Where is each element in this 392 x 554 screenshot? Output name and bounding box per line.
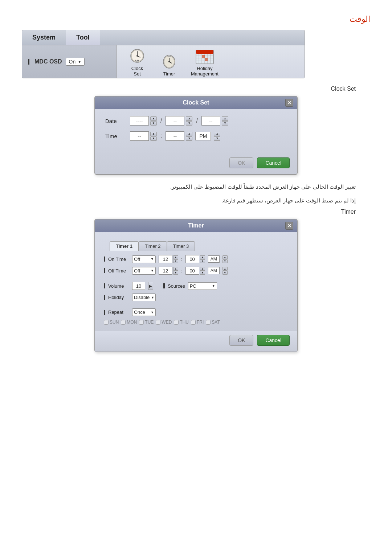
on-ampm-down[interactable]: ▼ [222,259,228,263]
holiday-menu-icon[interactable]: HolidayManagement [185,48,224,77]
arabic-title: الوقت [22,15,370,24]
holiday-label: Holiday [104,295,129,300]
volume-right-arrow[interactable]: ▶ [148,282,153,290]
day-fri[interactable]: FRI [191,320,204,325]
timer-close-button[interactable]: ✕ [285,222,293,230]
off-time-select[interactable]: Off ▼ [132,267,156,275]
clock-set-menu-icon[interactable]: ●●● ClockSet [121,48,153,77]
off-min-up[interactable]: ▲ [200,267,205,271]
day-down[interactable]: ▼ [222,121,228,126]
timer-tab-1[interactable]: Timer 1 [110,241,139,251]
ampm-box[interactable]: PM [195,132,211,140]
day-sun[interactable]: SUN [104,320,119,325]
timer-menu-icon[interactable]: Timer [153,53,185,77]
year-input[interactable]: ---- [130,116,149,126]
hour-down[interactable]: ▼ [150,136,157,141]
month-input[interactable]: -- [166,116,184,126]
timer-ok-button[interactable]: OK [229,335,253,346]
min-arrows: ▲ ▼ [186,132,192,141]
on-hour-up[interactable]: ▲ [173,255,178,259]
sun-checkbox[interactable] [104,320,109,325]
off-min-down[interactable]: ▼ [200,271,205,275]
hour-up[interactable]: ▲ [150,132,157,136]
wed-checkbox[interactable] [156,320,160,325]
min-up[interactable]: ▲ [186,132,192,136]
clock-set-titlebar: Clock Set ✕ [95,97,297,109]
vol-bar [104,283,105,288]
off-ampm[interactable]: AM [208,267,220,274]
timer-tab-3[interactable]: Timer 3 [167,241,195,251]
repeat-dropdown-icon: ▼ [151,311,154,314]
day-thu[interactable]: THU [174,320,189,325]
min-down[interactable]: ▼ [186,136,192,141]
clock-set-footer: OK Cancel [95,154,297,174]
off-time-dropdown-icon: ▼ [151,269,154,272]
off-hour-spinner: 12 ▲ ▼ [159,267,178,275]
thu-checkbox[interactable] [174,320,179,325]
timer-tab-2[interactable]: Timer 2 [139,241,167,251]
volume-input[interactable]: 10 [132,282,145,290]
sources-dropdown-icon: ▼ [212,284,215,288]
fri-checkbox[interactable] [191,320,196,325]
holiday-value: Disable [134,295,150,300]
on-min-input[interactable]: 00 [185,255,199,263]
off-hour-input[interactable]: 12 [159,267,172,275]
on-hour-input[interactable]: 12 [159,255,172,263]
day-mon[interactable]: MON [121,320,137,325]
time-row: Time -- ▲ ▼ : -- ▲ ▼ [105,131,287,141]
sources-bar [163,283,165,288]
off-hour-up[interactable]: ▲ [173,267,178,271]
day-tue[interactable]: TUE [139,320,154,325]
sources-select[interactable]: PC ▼ [188,282,217,290]
tue-label: TUE [145,320,154,325]
sat-checkbox[interactable] [206,320,211,325]
day-up[interactable]: ▲ [222,116,228,121]
holiday-icon-img [195,48,215,65]
arabic-desc-1: تغيير الوقت الحالي على جهاز العرض المحدد… [22,182,356,192]
clock-set-cancel-button[interactable]: Cancel [257,157,290,168]
holiday-svg [195,48,215,65]
off-ampm-up[interactable]: ▲ [222,267,228,271]
tab-system[interactable]: System [22,30,66,45]
on-ampm[interactable]: AM [208,255,220,263]
ampm-up[interactable]: ▲ [214,132,220,136]
tue-checkbox[interactable] [139,320,144,325]
repeat-value: Once [134,309,145,315]
on-ampm-up[interactable]: ▲ [222,255,228,259]
mon-checkbox[interactable] [121,320,126,325]
month-down[interactable]: ▼ [186,121,192,126]
off-min-input[interactable]: 00 [185,267,199,275]
min-input[interactable]: -- [166,131,184,141]
repeat-select[interactable]: Once ▼ [132,308,156,316]
clock-set-ok-button[interactable]: OK [229,157,253,168]
day-sat[interactable]: SAT [206,320,220,325]
sat-label: SAT [212,320,220,325]
clock-set-close-button[interactable]: ✕ [285,99,293,107]
off-hour-down[interactable]: ▼ [173,271,178,275]
tabs-row: System Tool [22,30,305,45]
timer-titlebar: Timer ✕ [95,219,297,232]
ampm-down[interactable]: ▼ [214,136,220,141]
day-wed[interactable]: WED [156,320,172,325]
sources-value: PC [190,283,196,289]
hour-input[interactable]: -- [130,131,149,141]
on-min-up[interactable]: ▲ [200,255,205,259]
mdc-select[interactable]: On ▼ [66,58,85,66]
on-hour-down[interactable]: ▼ [173,259,178,263]
day-input[interactable]: -- [201,116,220,126]
off-ampm-down[interactable]: ▼ [222,271,228,275]
timer-cancel-button[interactable]: Cancel [257,335,290,346]
volume-label: Volume [104,283,129,289]
clock-set-label: ClockSet [131,66,143,77]
on-min-down[interactable]: ▼ [200,259,205,263]
tab-tool[interactable]: Tool [66,30,100,45]
holiday-select[interactable]: Disable ▼ [132,294,156,301]
year-down[interactable]: ▼ [150,121,157,126]
volume-row: Volume 10 ▶ Sources PC ▼ [104,282,288,290]
menu-body: MDC OSD On ▼ ●●● [22,45,305,78]
year-up[interactable]: ▲ [150,116,157,121]
on-time-bar [104,257,105,262]
on-time-select[interactable]: Off ▼ [132,255,156,263]
off-ampm-arrows: ▲ ▼ [222,267,228,275]
month-up[interactable]: ▲ [186,116,192,121]
